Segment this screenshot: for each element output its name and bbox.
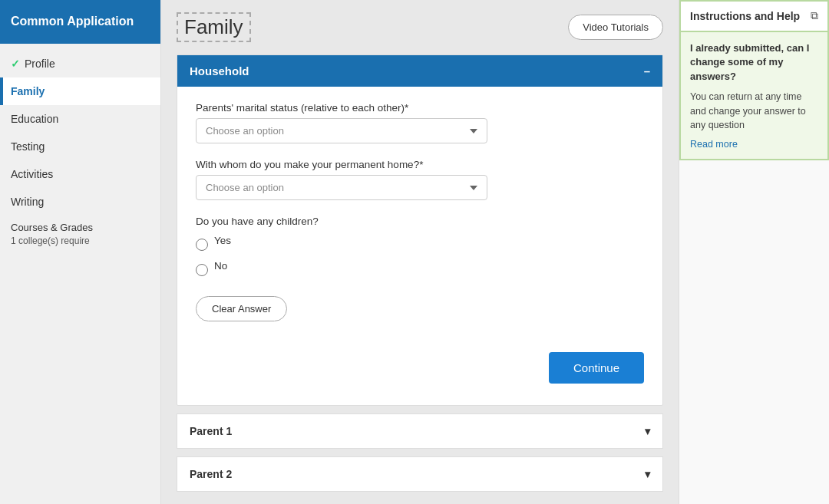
marital-status-label: Parents' marital status (relative to eac…: [196, 102, 644, 114]
chevron-up-icon: –: [644, 64, 650, 77]
clear-answer-button[interactable]: Clear Answer: [196, 296, 287, 321]
children-yes-label: Yes: [214, 235, 231, 246]
sidebar-header: Common Application: [0, 0, 160, 44]
chevron-down-icon: ▾: [645, 468, 650, 480]
page-header: Family Video Tutorials: [177, 12, 663, 42]
permanent-home-select[interactable]: Choose an option: [196, 175, 487, 200]
content-wrap: Family Video Tutorials Household – Paren…: [161, 0, 829, 504]
checkmark-icon: ✓: [11, 58, 20, 70]
sidebar-item-family[interactable]: Family: [0, 77, 160, 105]
children-yes-option[interactable]: Yes: [196, 235, 644, 254]
household-accordion: Household – Parents' marital status (rel…: [177, 54, 663, 406]
children-yes-radio[interactable]: [196, 239, 208, 251]
parent1-header[interactable]: Parent 1 ▾: [177, 414, 662, 448]
read-more-link[interactable]: Read more: [690, 139, 738, 150]
permanent-home-group: With whom do you make your permanent hom…: [196, 159, 644, 200]
sidebar-item-courses-grades[interactable]: Courses & Grades 1 college(s) require: [0, 216, 160, 254]
marital-status-select[interactable]: Choose an option: [196, 118, 487, 143]
sidebar-item-label: Profile: [25, 58, 55, 70]
household-accordion-body: Parents' marital status (relative to eac…: [177, 87, 662, 405]
sidebar-item-label: Testing: [11, 140, 45, 153]
main-area: Family Video Tutorials Household – Paren…: [161, 0, 829, 504]
sidebar-item-activities[interactable]: Activities: [0, 160, 160, 188]
help-content: I already submitted, can I change some o…: [679, 32, 829, 160]
sidebar-item-label: Activities: [11, 168, 53, 180]
marital-status-group: Parents' marital status (relative to eac…: [196, 102, 644, 143]
children-no-radio[interactable]: [196, 264, 208, 276]
parent2-label: Parent 2: [190, 468, 232, 480]
household-title: Household: [190, 64, 249, 77]
sidebar-item-profile[interactable]: ✓ Profile: [0, 50, 160, 77]
children-label: Do you have any children?: [196, 216, 644, 227]
video-tutorials-button[interactable]: Video Tutorials: [568, 15, 663, 40]
right-panel: Instructions and Help ⧉ I already submit…: [679, 0, 829, 504]
permanent-home-label: With whom do you make your permanent hom…: [196, 159, 644, 170]
continue-button[interactable]: Continue: [549, 352, 644, 384]
help-title: Instructions and Help: [690, 9, 800, 23]
children-no-option[interactable]: No: [196, 260, 644, 279]
sidebar: Common Application ✓ Profile Family Educ…: [0, 0, 161, 504]
children-no-label: No: [214, 260, 227, 272]
help-header: Instructions and Help ⧉: [679, 0, 829, 32]
help-question: I already submitted, can I change some o…: [690, 41, 818, 84]
parent2-header[interactable]: Parent 2 ▾: [177, 457, 662, 491]
children-radio-group: Do you have any children? Yes No: [196, 216, 644, 279]
household-accordion-header[interactable]: Household –: [177, 55, 662, 87]
parent2-accordion: Parent 2 ▾: [177, 456, 663, 492]
sidebar-item-testing[interactable]: Testing: [0, 133, 160, 160]
sidebar-item-label: Writing: [11, 196, 44, 208]
page-title: Family: [177, 12, 251, 42]
external-link-icon[interactable]: ⧉: [811, 9, 818, 22]
sidebar-nav: ✓ Profile Family Education Testing Activ…: [0, 44, 160, 260]
sidebar-item-label: Family: [11, 85, 45, 97]
content-main: Family Video Tutorials Household – Paren…: [161, 0, 679, 504]
chevron-down-icon: ▾: [645, 425, 650, 437]
sidebar-item-writing[interactable]: Writing: [0, 188, 160, 216]
continue-row: Continue: [196, 340, 644, 384]
sidebar-item-education[interactable]: Education: [0, 105, 160, 133]
help-answer: You can return at any time and change yo…: [690, 90, 818, 133]
parent1-accordion: Parent 1 ▾: [177, 413, 663, 449]
parent1-label: Parent 1: [190, 425, 232, 437]
sidebar-item-label: Education: [11, 113, 58, 125]
sidebar-item-label: Courses & Grades 1 college(s) require: [11, 222, 93, 248]
